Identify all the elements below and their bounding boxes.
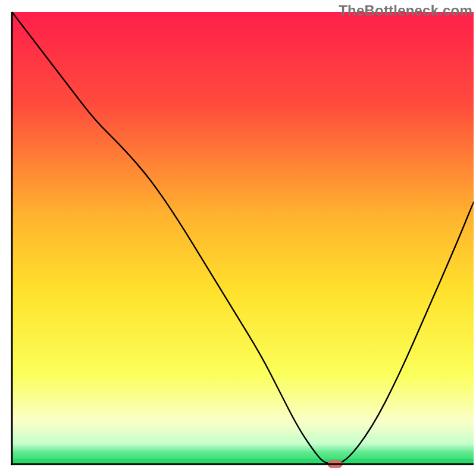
chart-container: { "watermark": "TheBottleneck.com", "col… xyxy=(0,0,476,476)
bottleneck-chart xyxy=(0,0,476,476)
watermark-label: TheBottleneck.com xyxy=(339,2,472,19)
gradient-background xyxy=(12,12,474,464)
